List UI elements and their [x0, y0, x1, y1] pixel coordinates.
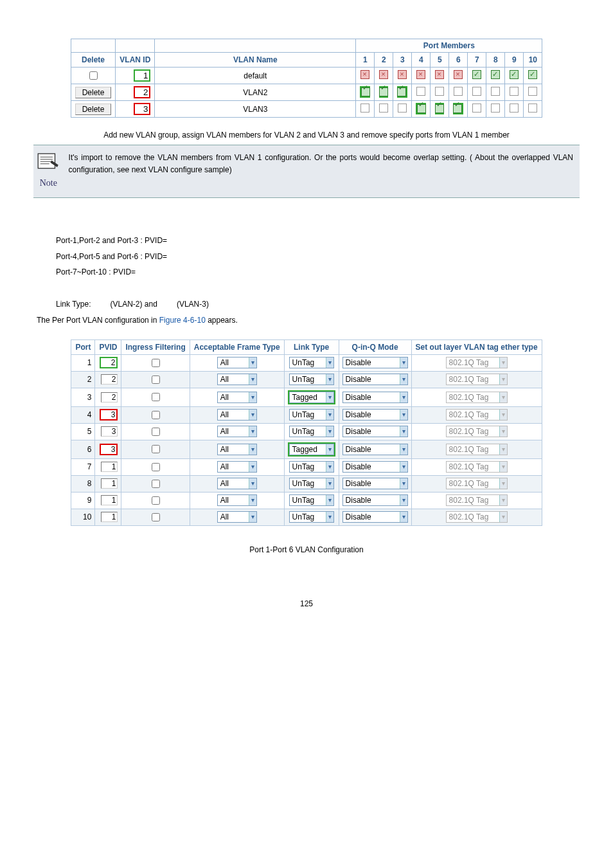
ingress-checkbox[interactable] — [152, 375, 160, 384]
empty-checkbox[interactable] — [510, 87, 519, 96]
port-member-cell[interactable] — [393, 84, 412, 101]
figure-link[interactable]: Figure 4-6-10 — [159, 316, 206, 325]
empty-checkbox[interactable] — [472, 87, 481, 96]
port-member-cell[interactable] — [431, 68, 449, 84]
empty-checkbox[interactable] — [472, 104, 481, 113]
select-control[interactable]: UnTag▾ — [289, 494, 334, 506]
port-member-cell[interactable] — [393, 101, 412, 118]
select-control[interactable]: All▾ — [217, 409, 257, 420]
port-member-cell[interactable] — [431, 101, 449, 118]
empty-checkbox[interactable] — [398, 104, 407, 113]
port-member-cell[interactable] — [431, 84, 449, 101]
pvid-input[interactable] — [100, 409, 118, 420]
port-member-cell[interactable] — [412, 84, 431, 101]
vlan-id-input[interactable] — [134, 86, 150, 98]
select-control[interactable]: All▾ — [217, 357, 257, 368]
pvid-input[interactable] — [101, 392, 118, 402]
port-member-cell[interactable] — [505, 68, 524, 84]
pvid-input[interactable] — [100, 444, 118, 455]
x-icon[interactable] — [416, 70, 425, 79]
select-control[interactable]: All▾ — [217, 444, 257, 455]
delete-button[interactable]: Delete — [75, 104, 112, 115]
delete-button[interactable]: Delete — [75, 87, 112, 98]
select-control[interactable]: Disable▾ — [342, 374, 408, 385]
select-control[interactable]: UnTag▾ — [289, 478, 334, 489]
select-control[interactable]: Tagged▾ — [289, 392, 334, 403]
select-control[interactable]: Disable▾ — [342, 511, 408, 523]
empty-checkbox[interactable] — [491, 87, 500, 96]
ingress-checkbox[interactable] — [152, 428, 160, 436]
port-member-cell[interactable] — [412, 68, 431, 84]
port-member-cell[interactable] — [524, 84, 542, 101]
empty-checkbox[interactable] — [435, 87, 444, 96]
ingress-checkbox[interactable] — [152, 496, 160, 505]
select-control[interactable]: UnTag▾ — [289, 374, 334, 385]
port-member-cell[interactable] — [412, 101, 431, 118]
select-control[interactable]: Disable▾ — [342, 357, 408, 368]
port-member-cell[interactable] — [356, 101, 375, 118]
select-control[interactable]: Disable▾ — [342, 444, 408, 455]
select-control[interactable]: Disable▾ — [342, 426, 408, 437]
ingress-checkbox[interactable] — [152, 393, 160, 401]
ingress-checkbox[interactable] — [152, 445, 160, 453]
select-control[interactable]: Disable▾ — [342, 494, 408, 506]
port-member-cell[interactable] — [468, 84, 486, 101]
check-icon[interactable] — [397, 87, 406, 96]
port-member-cell[interactable] — [505, 84, 524, 101]
x-icon[interactable] — [454, 70, 463, 79]
vlan-id-input[interactable] — [134, 69, 150, 82]
port-member-cell[interactable] — [468, 68, 486, 84]
empty-checkbox[interactable] — [379, 104, 388, 113]
pvid-input[interactable] — [101, 462, 118, 472]
port-member-cell[interactable] — [393, 68, 412, 84]
check-icon[interactable] — [435, 104, 444, 113]
vlan-id-input[interactable] — [134, 103, 150, 115]
ingress-checkbox[interactable] — [152, 359, 160, 367]
port-member-cell[interactable] — [486, 84, 505, 101]
ingress-checkbox[interactable] — [152, 480, 160, 488]
check-icon[interactable] — [472, 70, 481, 79]
ingress-checkbox[interactable] — [152, 411, 160, 419]
select-control[interactable]: All▾ — [217, 494, 257, 506]
check-icon[interactable] — [417, 104, 426, 113]
check-icon[interactable] — [379, 87, 388, 96]
check-icon[interactable] — [510, 70, 519, 79]
port-member-cell[interactable] — [468, 101, 486, 118]
pvid-input[interactable] — [101, 374, 118, 384]
ingress-checkbox[interactable] — [152, 463, 160, 471]
port-member-cell[interactable] — [356, 84, 375, 101]
select-control[interactable]: Disable▾ — [342, 392, 408, 403]
x-icon[interactable] — [379, 70, 388, 79]
port-member-cell[interactable] — [486, 101, 505, 118]
select-control[interactable]: All▾ — [217, 461, 257, 473]
pvid-input[interactable] — [100, 357, 118, 368]
empty-checkbox[interactable] — [510, 104, 519, 113]
select-control[interactable]: All▾ — [217, 511, 257, 523]
select-control[interactable]: All▾ — [217, 374, 257, 385]
port-member-cell[interactable] — [375, 101, 393, 118]
x-icon[interactable] — [360, 70, 369, 79]
select-control[interactable]: UnTag▾ — [289, 409, 334, 420]
select-control[interactable]: Disable▾ — [342, 478, 408, 489]
port-member-cell[interactable] — [505, 101, 524, 118]
port-member-cell[interactable] — [449, 101, 468, 118]
port-member-cell[interactable] — [375, 68, 393, 84]
port-member-cell[interactable] — [524, 101, 542, 118]
x-icon[interactable] — [398, 70, 407, 79]
select-control[interactable]: Disable▾ — [342, 461, 408, 473]
select-control[interactable]: Tagged▾ — [289, 444, 334, 455]
empty-checkbox[interactable] — [491, 104, 500, 113]
port-member-cell[interactable] — [449, 68, 468, 84]
empty-checkbox[interactable] — [454, 87, 463, 96]
check-icon[interactable] — [361, 87, 370, 96]
select-control[interactable]: All▾ — [217, 392, 257, 403]
port-member-cell[interactable] — [524, 68, 542, 84]
pvid-input[interactable] — [101, 478, 118, 489]
port-member-cell[interactable] — [375, 84, 393, 101]
pvid-input[interactable] — [101, 495, 118, 505]
select-control[interactable]: UnTag▾ — [289, 357, 334, 368]
check-icon[interactable] — [453, 104, 462, 113]
empty-checkbox[interactable] — [528, 87, 537, 96]
ingress-checkbox[interactable] — [152, 513, 160, 521]
select-control[interactable]: UnTag▾ — [289, 426, 334, 437]
